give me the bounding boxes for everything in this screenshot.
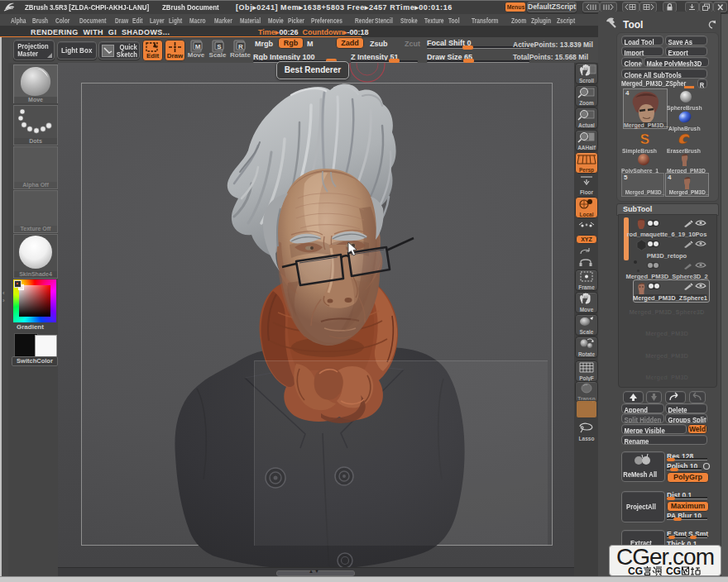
svg-text:S: S — [217, 43, 222, 50]
svg-text:S: S — [640, 131, 649, 146]
svg-text:R: R — [238, 43, 243, 50]
svg-text:M: M — [195, 43, 201, 50]
